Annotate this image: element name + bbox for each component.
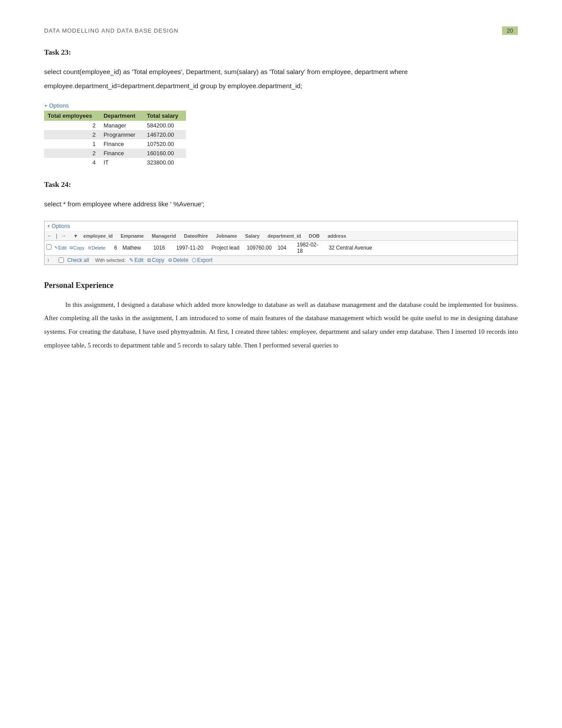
copy-link[interactable]: ⧉ Copy [70, 245, 85, 250]
col-total-employees: Total employees [44, 111, 100, 121]
cell-address: 32 Central Avenue [326, 245, 375, 251]
row-checkbox-input[interactable] [46, 244, 52, 250]
task24-sql: select * from employee where address lik… [44, 197, 518, 211]
delete-link[interactable]: ⊖ Delete [88, 245, 106, 250]
check-all-link[interactable]: Check all [67, 257, 89, 263]
cell-managerid: 1016 [151, 245, 174, 251]
footer-export-link[interactable]: ⬡ Export [192, 257, 212, 263]
col-dateofhire: Dateofhire [181, 233, 210, 239]
cell-empname: Mathew [120, 245, 151, 251]
col-employee-id: employee_id [81, 233, 115, 239]
col-empname: Empname [118, 233, 147, 239]
task24-section: Task 24: select * from employee where ad… [44, 180, 518, 265]
copy-icon: ⧉ [70, 245, 73, 250]
sort-icon: ▼ [73, 233, 78, 239]
table-row: 2Finance160160.00 [44, 149, 186, 158]
forward-button[interactable]: → [61, 233, 66, 239]
col-jobname: Jobname [213, 233, 240, 239]
check-all-checkbox[interactable] [59, 258, 64, 263]
table-row: 4IT323800.00 [44, 158, 186, 167]
cell-department-id: 104 [275, 245, 294, 251]
row-checkbox[interactable] [45, 244, 54, 251]
cell-dob: 1982-02-18 [294, 242, 326, 254]
edit-icon: ✎ [54, 245, 58, 250]
page-header-title: DATA MODELLING AND DATA BASE DESIGN [44, 27, 179, 34]
col-department-id: department_id [265, 233, 304, 239]
personal-experience-heading: Personal Experience [44, 281, 518, 290]
col-salary: Salary [242, 233, 262, 239]
page-number-badge: 20 [502, 26, 518, 35]
col-total-salary: Total salary [143, 111, 186, 121]
task23-result: + Options Total employees Department Tot… [44, 102, 518, 167]
cell-salary: 109760.00 [244, 245, 275, 251]
task23-sql: select count(employee_id) as 'Total empl… [44, 65, 518, 93]
delete-icon: ⊖ [88, 245, 91, 250]
table-row: 2Manager584200.00 [44, 121, 186, 130]
back-button[interactable]: ← [47, 233, 52, 239]
col-dob: DOB [306, 233, 322, 239]
with-selected-label: With selected: [95, 258, 126, 263]
up-icon: ↑ [47, 258, 50, 263]
personal-experience-body: In this assignment, I designed a databas… [44, 298, 518, 352]
task24-footer: ↑ Check all With selected: ✎ Edit ⧉ Copy… [45, 255, 517, 265]
task23-heading: Task 23: [44, 48, 518, 57]
col-department: Department [100, 111, 143, 121]
table-row: 1Finance107520.00 [44, 139, 186, 149]
cell-employee-id: 6 [112, 245, 120, 251]
cell-dateofhire: 1997-11-20 [174, 245, 209, 251]
footer-export-icon: ⬡ [192, 257, 196, 263]
personal-experience-section: Personal Experience In this assignment, … [44, 281, 518, 352]
footer-delete-icon: ⊖ [168, 257, 172, 263]
row-actions: ✎ Edit ⧉ Copy ⊖ Delete [54, 245, 112, 250]
task23-table: Total employees Department Total salary … [44, 111, 186, 167]
stop-button[interactable]: | [56, 233, 57, 239]
col-address: address [325, 233, 349, 239]
table-header-row: Total employees Department Total salary [44, 111, 186, 121]
task24-options[interactable]: + Options [45, 221, 517, 231]
task23-section: Task 23: select count(employee_id) as 'T… [44, 48, 518, 167]
task24-heading: Task 24: [44, 180, 518, 189]
footer-edit-icon: ✎ [129, 257, 134, 263]
task24-toolbar: ← | → ▼ employee_id Empname Managerid Da… [45, 231, 517, 241]
footer-edit-link[interactable]: ✎ Edit [129, 257, 144, 263]
personal-experience-paragraph: In this assignment, I designed a databas… [44, 298, 518, 352]
cell-jobname: Project lead [209, 245, 244, 251]
footer-copy-link[interactable]: ⧉ Copy [147, 257, 164, 263]
task24-result-panel: + Options ← | → ▼ employee_id Empname Ma… [44, 221, 518, 265]
edit-link[interactable]: ✎ Edit [54, 245, 67, 250]
table-row: ✎ Edit ⧉ Copy ⊖ Delete 6 Mathew 1016 199… [45, 241, 517, 255]
footer-delete-link[interactable]: ⊖ Delete [168, 257, 189, 263]
col-managerid: Managerid [149, 233, 179, 239]
task24-options-link[interactable]: + Options [47, 223, 70, 229]
table-row: 2Programmer146720.00 [44, 130, 186, 139]
task23-options-link[interactable]: + Options [44, 102, 69, 109]
footer-copy-icon: ⧉ [147, 257, 151, 263]
